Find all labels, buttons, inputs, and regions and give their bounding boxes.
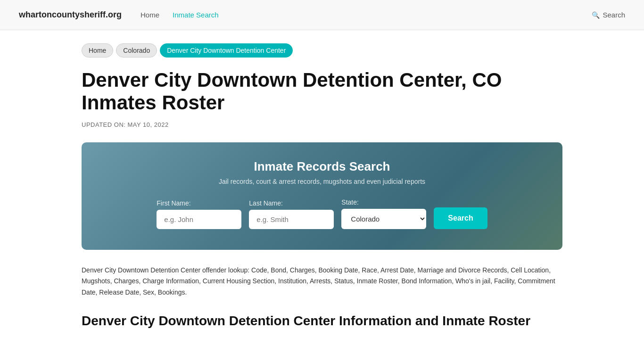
first-name-label: First Name: bbox=[157, 199, 190, 207]
search-form: First Name: Last Name: State: Colorado S… bbox=[110, 198, 534, 229]
last-name-input[interactable] bbox=[249, 210, 334, 229]
navbar-nav: Home Inmate Search bbox=[140, 11, 573, 19]
page-title: Denver City Downtown Detention Center, C… bbox=[82, 69, 562, 115]
last-name-label: Last Name: bbox=[249, 199, 283, 207]
updated-label: UPDATED ON: bbox=[82, 121, 125, 128]
breadcrumb-facility[interactable]: Denver City Downtown Detention Center bbox=[160, 43, 293, 58]
breadcrumb: Home Colorado Denver City Downtown Deten… bbox=[82, 43, 562, 58]
state-select[interactable]: Colorado bbox=[341, 209, 426, 229]
navbar-brand[interactable]: whartoncountysheriff.org bbox=[19, 10, 122, 20]
first-name-group: First Name: bbox=[157, 199, 241, 229]
search-box-subtitle: Jail records, court & arrest records, mu… bbox=[110, 178, 534, 185]
breadcrumb-home[interactable]: Home bbox=[82, 43, 113, 58]
navbar-search[interactable]: 🔍 Search bbox=[592, 11, 625, 19]
state-group: State: Colorado bbox=[341, 198, 426, 229]
search-button[interactable]: Search bbox=[434, 207, 487, 229]
description-text: Denver City Downtown Detention Center of… bbox=[82, 265, 562, 298]
nav-inmate-search[interactable]: Inmate Search bbox=[173, 11, 219, 19]
state-label: State: bbox=[341, 198, 359, 206]
main-content: Home Colorado Denver City Downtown Deten… bbox=[63, 30, 581, 362]
navbar: whartoncountysheriff.org Home Inmate Sea… bbox=[0, 0, 644, 30]
updated-date: MAY 10, 2022 bbox=[128, 121, 169, 128]
breadcrumb-colorado[interactable]: Colorado bbox=[116, 43, 157, 58]
last-name-group: Last Name: bbox=[249, 199, 334, 229]
section-heading: Denver City Downtown Detention Center In… bbox=[82, 313, 562, 329]
navbar-search-label: Search bbox=[603, 11, 625, 19]
nav-home[interactable]: Home bbox=[140, 11, 159, 19]
search-icon: 🔍 bbox=[592, 11, 600, 19]
first-name-input[interactable] bbox=[157, 210, 241, 229]
search-box-title: Inmate Records Search bbox=[110, 159, 534, 174]
search-box: Inmate Records Search Jail records, cour… bbox=[82, 142, 562, 250]
updated-on: UPDATED ON: MAY 10, 2022 bbox=[82, 121, 562, 128]
